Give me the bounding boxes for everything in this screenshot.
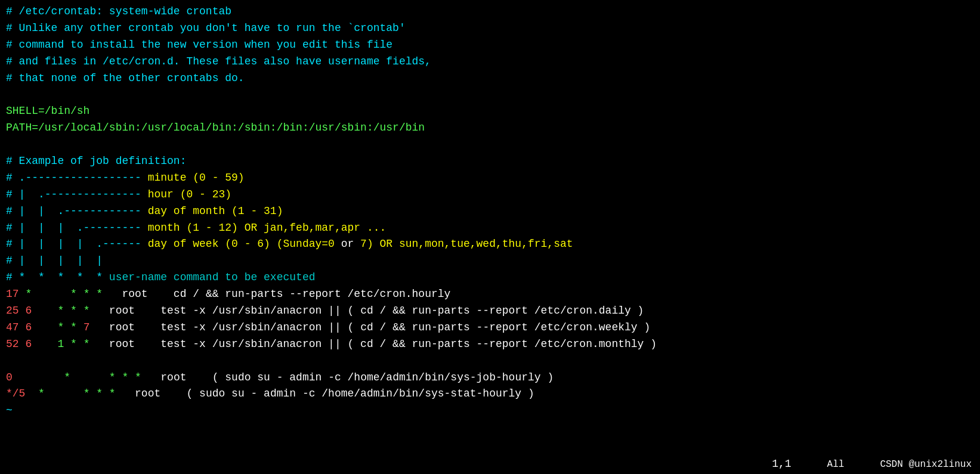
terminal-line: 25 6 * * * root test -x /usr/sbin/anacro… [6, 303, 974, 320]
terminal-line: # Example of job definition: [6, 153, 974, 170]
text-segment: * * * [109, 371, 141, 383]
text-segment: # and files in /etc/cron.d. These files … [6, 55, 431, 67]
text-segment [45, 388, 84, 399]
text-segment: # | | | .--------- [6, 222, 148, 234]
text-segment: * * * [70, 288, 103, 300]
text-segment: 52 6 [6, 338, 32, 350]
text-segment: 0 [6, 371, 13, 383]
text-segment: 25 6 [6, 305, 32, 317]
text-segment: month (1 - 12) OR jan,feb,mar,apr ... [148, 222, 387, 234]
text-segment: */5 [6, 388, 25, 399]
text-segment: * [64, 371, 70, 383]
text-segment: # | | | | | [6, 255, 103, 267]
text-segment: # Unlike any other crontab you don't hav… [6, 22, 406, 34]
text-segment: minute (0 - 59) [148, 172, 245, 184]
text-segment: or [341, 238, 354, 250]
terminal-line [6, 137, 974, 153]
text-segment: 1 [32, 338, 70, 350]
text-segment: # | | .------------ [6, 205, 148, 217]
text-segment: # | .--------------- [6, 188, 148, 200]
terminal-line: 17 * * * * root cd / && run-parts --repo… [6, 286, 974, 303]
text-segment: root ( sudo su - admin -c /home/admin/bi… [116, 388, 534, 399]
text-segment [13, 371, 64, 383]
terminal-line: SHELL=/bin/sh [6, 103, 974, 120]
terminal-line: */5 * * * * root ( sudo su - admin -c /h… [6, 386, 974, 402]
text-segment: # that none of the other crontabs do. [6, 72, 245, 84]
text-segment: # /etc/crontab: system-wide crontab [6, 5, 231, 17]
text-segment: * * * [84, 388, 116, 399]
text-segment: user-name command to be executed [109, 271, 316, 283]
text-segment [70, 371, 109, 383]
terminal-line: # .------------------ minute (0 - 59) [6, 170, 974, 187]
terminal-line: # | | | .--------- month (1 - 12) OR jan… [6, 220, 974, 237]
terminal-window: # /etc/crontab: system-wide crontab# Unl… [0, 0, 980, 474]
terminal-line: # | .--------------- hour (0 - 23) [6, 187, 974, 203]
text-segment: * * [57, 321, 76, 333]
terminal-line: # /etc/crontab: system-wide crontab [6, 4, 974, 20]
terminal-content: # /etc/crontab: system-wide crontab# Unl… [6, 4, 974, 419]
text-segment: # * * * * * [6, 271, 109, 283]
terminal-line [6, 86, 974, 103]
text-segment: day of month (1 - 31) [148, 205, 283, 217]
text-segment [77, 321, 84, 333]
text-segment: 7) OR sun,mon,tue,wed,thu,fri,sat [354, 238, 573, 250]
editor-mode: All [827, 457, 845, 472]
status-bar: 1,1 All CSDN @unix2linux [0, 455, 980, 474]
terminal-line: # * * * * * user-name command to be exec… [6, 269, 974, 286]
text-segment [32, 305, 57, 317]
terminal-line: # | | | | | [6, 253, 974, 269]
text-segment [32, 288, 70, 300]
watermark: CSDN @unix2linux [880, 457, 972, 472]
text-segment: # command to install the new version whe… [6, 39, 392, 51]
cursor-position: 1,1 [772, 456, 791, 473]
text-segment: root cd / && run-parts --report /etc/cro… [103, 288, 450, 300]
text-segment: * * [70, 338, 89, 350]
text-segment: SHELL=/bin/sh [6, 105, 89, 117]
text-segment: ~ [6, 404, 13, 416]
terminal-line: # and files in /etc/cron.d. These files … [6, 54, 974, 70]
terminal-line: # that none of the other crontabs do. [6, 70, 974, 87]
text-segment: * [25, 288, 32, 300]
terminal-line: 52 6 1 * * root test -x /usr/sbin/anacro… [6, 336, 974, 353]
text-segment: # .------------------ [6, 172, 148, 184]
terminal-line: # | | | | .------ day of week (0 - 6) (S… [6, 236, 974, 253]
terminal-line: 47 6 * * 7 root test -x /usr/sbin/anacro… [6, 320, 974, 336]
text-segment: 17 [6, 288, 25, 300]
text-segment [32, 321, 57, 333]
text-segment: root test -x /usr/sbin/anacron || ( cd /… [89, 321, 650, 333]
text-segment: * * * [57, 305, 89, 317]
terminal-line: # | | .------------ day of month (1 - 31… [6, 203, 974, 220]
terminal-line: PATH=/usr/local/sbin:/usr/local/bin:/sbi… [6, 120, 974, 137]
text-segment: root test -x /usr/sbin/anacron || ( cd /… [89, 338, 657, 350]
text-segment: day of week (0 - 6) (Sunday=0 [148, 238, 341, 250]
text-segment: * [38, 388, 45, 399]
text-segment: root ( sudo su - admin -c /home/admin/bi… [141, 371, 554, 383]
text-segment: PATH=/usr/local/sbin:/usr/local/bin:/sbi… [6, 122, 425, 134]
text-segment [25, 388, 38, 399]
text-segment: # | | | | .------ [6, 238, 148, 250]
terminal-line: 0 * * * * root ( sudo su - admin -c /hom… [6, 370, 974, 386]
terminal-line: # command to install the new version whe… [6, 37, 974, 54]
terminal-line: ~ [6, 402, 974, 419]
text-segment: # Example of job definition: [6, 155, 186, 167]
terminal-line: # Unlike any other crontab you don't hav… [6, 20, 974, 37]
text-segment: hour (0 - 23) [148, 188, 231, 200]
text-segment: root test -x /usr/sbin/anacron || ( cd /… [89, 305, 644, 317]
text-segment: 47 6 [6, 321, 32, 333]
text-segment: 7 [84, 321, 90, 333]
terminal-line [6, 353, 974, 370]
